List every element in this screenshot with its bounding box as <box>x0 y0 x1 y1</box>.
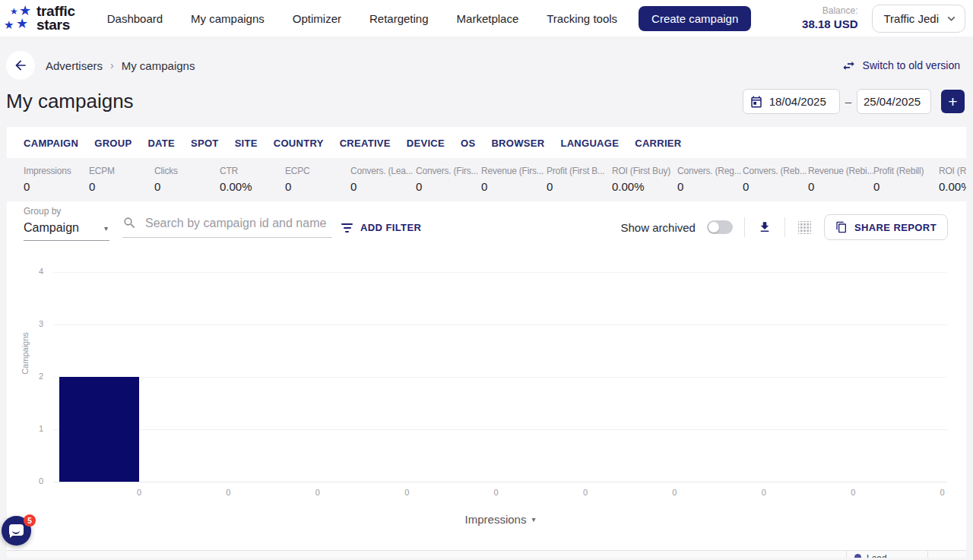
stat-value: 0 <box>808 180 873 193</box>
chevron-down-icon <box>944 11 959 26</box>
tab-group[interactable]: GROUP <box>94 138 132 148</box>
share-report-button[interactable]: SHARE REPORT <box>824 214 948 240</box>
tab-spot[interactable]: SPOT <box>191 138 219 148</box>
copy-icon <box>835 221 848 233</box>
gridline <box>53 377 947 378</box>
x-tick-label: 0 <box>851 488 855 497</box>
stat-profit-rebill: Profit (Rebill)0 <box>873 166 939 201</box>
nav-item-tracking-tools[interactable]: Tracking tools <box>547 12 617 25</box>
switch-old-version-button[interactable]: Switch to old version <box>841 59 960 73</box>
tab-campaign[interactable]: CAMPAIGN <box>24 138 78 148</box>
y-tick-label: 3 <box>17 319 43 328</box>
app-window: ★ ★ ★ ★ traffic stars Dashboard My campa… <box>0 0 973 560</box>
nav-item-dashboard[interactable]: Dashboard <box>107 12 163 25</box>
logo-stars-icon: ★ ★ ★ ★ <box>3 3 33 33</box>
y-tick-label: 4 <box>17 267 43 276</box>
x-tick-label: 0 <box>226 488 230 497</box>
stat-value: 0.00% <box>612 180 677 193</box>
legend-dot <box>854 554 861 558</box>
tab-country[interactable]: COUNTRY <box>274 138 324 148</box>
top-navbar: ★ ★ ★ ★ traffic stars Dashboard My campa… <box>0 0 973 36</box>
download-report-button[interactable] <box>756 219 773 236</box>
tab-device[interactable]: DEVICE <box>407 138 445 148</box>
toggle-knob <box>708 222 719 233</box>
stat-revenue-first: Revenue (Firs...0 <box>481 166 547 201</box>
date-range-separator: – <box>845 95 851 108</box>
calendar-icon <box>750 95 763 109</box>
plot-area <box>53 272 947 482</box>
back-button[interactable] <box>6 51 35 80</box>
page-title: My campaigns <box>6 90 134 113</box>
stat-value: 0 <box>285 180 350 193</box>
x-axis-metric-select[interactable]: Impressions ▾ <box>465 513 536 526</box>
x-axis-ticks: 0 0 0 0 0 0 0 0 0 0 <box>53 488 947 498</box>
stat-roi-rebill: ROI (Re0.00% <box>939 166 966 201</box>
stat-label: ECPC <box>285 166 350 176</box>
x-tick-label: 0 <box>583 488 588 497</box>
add-button[interactable]: + <box>941 90 965 113</box>
stat-conversions-lead: Convers. (Lea...0 <box>350 166 416 201</box>
back-arrow-icon <box>13 58 28 73</box>
tab-carrier[interactable]: CARRIER <box>635 138 681 148</box>
page-subheader: Advertisers › My campaigns Switch to old… <box>0 36 973 127</box>
grid-dots-icon <box>798 221 811 234</box>
date-from-input[interactable] <box>769 95 833 108</box>
balance-value: 38.18 USD <box>802 17 857 32</box>
nav-item-marketplace[interactable]: Marketplace <box>457 12 519 25</box>
main-nav: Dashboard My campaigns Optimizer Retarge… <box>107 12 617 25</box>
legend-cell: Lead <box>847 551 928 558</box>
tab-os[interactable]: OS <box>461 138 475 148</box>
breadcrumb-advertisers[interactable]: Advertisers <box>46 59 103 72</box>
stat-conversions-first: Convers. (Firs...0 <box>416 166 481 201</box>
tab-date[interactable]: DATE <box>147 138 175 148</box>
stat-label: Convers. (Reb... <box>743 166 808 176</box>
stat-roi-first-buy: ROI (First Buy)0.00% <box>612 166 677 201</box>
stat-label: Clicks <box>154 166 220 176</box>
column-settings-button[interactable] <box>797 220 813 236</box>
group-by-select[interactable]: Group by Campaign ▾ <box>24 206 109 241</box>
group-by-value: Campaign <box>24 221 79 235</box>
stat-ecpc: ECPC0 <box>285 166 350 201</box>
search-icon <box>122 216 137 230</box>
date-to-input[interactable] <box>864 95 924 108</box>
stat-profit-first-buy: Profit (First B...0 <box>547 166 612 201</box>
nav-item-my-campaigns[interactable]: My campaigns <box>191 12 265 25</box>
stat-label: ECPM <box>89 166 154 176</box>
y-tick-label: 0 <box>17 476 43 486</box>
trafficstars-logo[interactable]: ★ ★ ★ ★ traffic stars <box>3 3 75 33</box>
account-menu-button[interactable]: Traffic Jedi <box>872 5 965 33</box>
breadcrumb-my-campaigns[interactable]: My campaigns <box>122 59 195 72</box>
tab-creative[interactable]: CREATIVE <box>340 138 391 148</box>
legend-label: Lead <box>867 553 887 558</box>
stat-value: 0 <box>416 180 481 193</box>
stat-value: 0.00% <box>220 180 285 193</box>
stat-conversions-reg: Convers. (Reg...0 <box>677 166 743 201</box>
show-archived-toggle[interactable] <box>707 220 733 234</box>
table-cell <box>928 551 966 558</box>
stat-ecpm: ECPM0 <box>89 166 154 201</box>
date-from-field[interactable] <box>743 89 840 114</box>
tab-language[interactable]: LANGUAGE <box>560 138 619 148</box>
stat-label: Profit (First B... <box>547 166 612 176</box>
caret-down-icon: ▾ <box>104 224 108 233</box>
clipped-table-row: Lead <box>7 550 966 558</box>
navbar-right: Balance: 38.18 USD Traffic Jedi <box>802 5 965 33</box>
add-filter-label: ADD FILTER <box>360 222 421 233</box>
account-name: Traffic Jedi <box>883 12 939 25</box>
date-to-field[interactable] <box>857 89 931 114</box>
tab-browser[interactable]: BROWSER <box>491 138 544 148</box>
nav-item-retargeting[interactable]: Retargeting <box>369 12 429 25</box>
nav-item-optimizer[interactable]: Optimizer <box>293 12 341 25</box>
share-report-label: SHARE REPORT <box>854 222 937 233</box>
stat-label: ROI (First Buy) <box>612 166 677 176</box>
create-campaign-button[interactable]: Create campaign <box>639 6 751 31</box>
balance-label: Balance: <box>802 5 857 17</box>
tab-site[interactable]: SITE <box>235 138 258 148</box>
stat-label: Revenue (Rebi... <box>808 166 873 176</box>
gridline <box>53 324 947 325</box>
table-cell <box>7 551 847 558</box>
search-input[interactable] <box>145 217 332 230</box>
stat-label: ROI (Re <box>939 166 966 176</box>
add-filter-button[interactable]: ADD FILTER <box>341 222 421 233</box>
stat-impressions: Impressions0 <box>24 166 89 201</box>
